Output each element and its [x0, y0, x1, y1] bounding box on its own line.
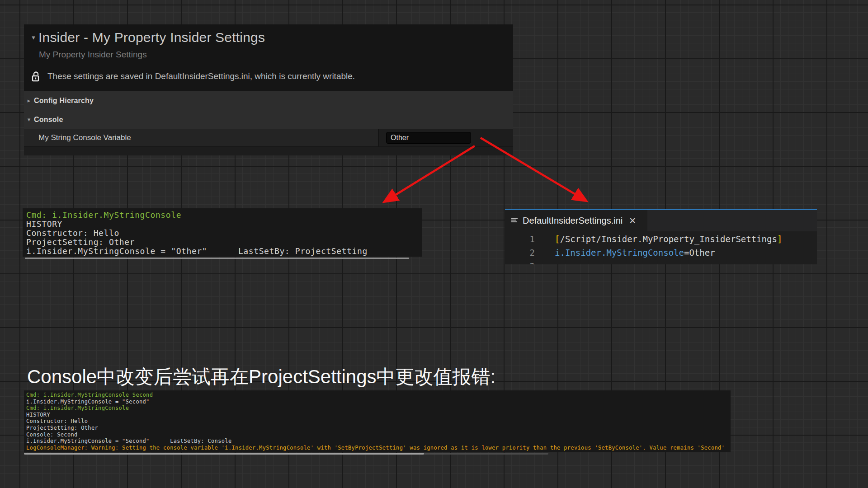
- ini-file-icon: [510, 216, 519, 225]
- collapse-settings-icon[interactable]: ▾: [28, 33, 38, 42]
- line-number: 1: [505, 232, 535, 246]
- console-line: ProjectSetting: Other: [26, 425, 731, 432]
- property-label-cell: My String Console Variable: [24, 129, 379, 146]
- insider-settings-panel: ▾ Insider - My Property Insider Settings…: [24, 24, 513, 155]
- unlocked-padlock-icon: [30, 70, 42, 82]
- console-line: Constructor: Hello: [26, 418, 731, 425]
- console-line: Cmd: i.Insider.MyStringConsole Second: [26, 392, 731, 399]
- left-console-scrollbar[interactable]: [25, 258, 409, 259]
- code-editor-window: DefaultInsiderSettings.ini ✕ 1[/Script/I…: [505, 209, 817, 264]
- console-line: Constructor: Hello: [26, 229, 422, 238]
- editor-line: 2i.Insider.MyStringConsole=Other: [505, 246, 817, 259]
- editor-code-area[interactable]: 1[/Script/Insider.MyProperty_InsiderSett…: [505, 231, 817, 264]
- console-line: i.Insider.MyStringConsole = "Second" Las…: [26, 438, 731, 445]
- console-line: HISTORY: [26, 412, 731, 418]
- console-line: Cmd: i.Insider.MyStringConsole: [26, 211, 422, 220]
- code-text: i.Insider.MyStringConsole=Other: [535, 246, 715, 259]
- note-heading: Console中改变后尝试再在ProjectSettings中更改值报错:: [27, 364, 495, 389]
- bottom-console-scroll-track[interactable]: [24, 453, 548, 455]
- section-console[interactable]: ▾ Console: [24, 110, 513, 129]
- section-label: Config Hierarchy: [34, 97, 94, 105]
- property-value-cell: [379, 129, 513, 146]
- editor-line: 1[/Script/Insider.MyProperty_InsiderSett…: [505, 232, 817, 246]
- close-tab-icon[interactable]: ✕: [629, 216, 636, 225]
- code-text: [/Script/Insider.MyProperty_InsiderSetti…: [535, 232, 782, 246]
- property-row: My String Console Variable: [24, 129, 513, 146]
- config-file-notice: These settings are saved in DefaultInsid…: [47, 71, 355, 81]
- code-text: [535, 259, 555, 264]
- console-line: ProjectSetting: Other: [26, 238, 422, 247]
- line-number: 3: [505, 259, 535, 264]
- settings-title: Insider - My Property Insider Settings: [38, 30, 265, 45]
- tab-defaultinsidersettings[interactable]: DefaultInsiderSettings.ini ✕: [505, 210, 647, 231]
- console-line: i.Insider.MyStringConsole = "Other" Last…: [26, 247, 422, 256]
- bottom-console-scroll-thumb[interactable]: [24, 453, 424, 455]
- settings-header: ▾ Insider - My Property Insider Settings…: [24, 24, 513, 91]
- console-line: i.Insider.MyStringConsole = "Second": [26, 399, 731, 405]
- section-label: Console: [34, 116, 63, 124]
- settings-subtitle: My Property Insider Settings: [39, 50, 513, 60]
- console-line: HISTORY: [26, 220, 422, 229]
- tab-label: DefaultInsiderSettings.ini: [523, 216, 623, 226]
- console-output-window: Cmd: i.Insider.MyStringConsoleHISTORYCon…: [23, 208, 422, 257]
- line-number: 2: [505, 246, 535, 259]
- unreal-graph-background: { "settings_panel": { "title": "Insider …: [0, 0, 868, 488]
- editor-line: 3: [505, 259, 817, 264]
- section-config-hierarchy[interactable]: ▸ Config Hierarchy: [24, 91, 513, 110]
- editor-tab-bar: DefaultInsiderSettings.ini ✕: [505, 210, 817, 231]
- panel-bottom-strip: [24, 146, 513, 155]
- property-label: My String Console Variable: [38, 133, 131, 142]
- chevron-down-icon: ▾: [24, 116, 34, 123]
- console-output-window-2: Cmd: i.Insider.MyStringConsole Secondi.I…: [24, 390, 731, 452]
- console-warning-line: LogConsoleManager: Warning: Setting the …: [26, 445, 731, 451]
- console-line: Console: Second: [26, 432, 731, 438]
- console-variable-input[interactable]: [386, 132, 471, 144]
- chevron-right-icon: ▸: [24, 97, 34, 104]
- console-line: Cmd: i.Insider.MyStringConsole: [26, 405, 731, 412]
